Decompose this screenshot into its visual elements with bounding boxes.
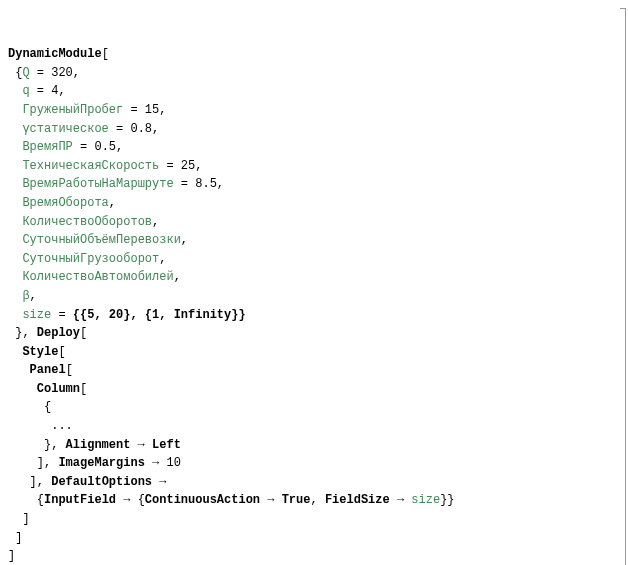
tok-rbracket: ] bbox=[8, 512, 30, 526]
tok-indent bbox=[8, 308, 22, 322]
tok-lbracket: [ bbox=[102, 47, 109, 61]
tok-rbrace-comma: }, bbox=[8, 326, 37, 340]
tok-comma: , bbox=[58, 84, 65, 98]
tok-eq: = bbox=[174, 177, 196, 191]
sym-size-ref: size bbox=[411, 493, 440, 507]
tok-lbrace: { bbox=[8, 493, 44, 507]
val-gruzhenyprobeg: 15 bbox=[145, 103, 159, 117]
tok-defaultoptions: DefaultOptions bbox=[51, 475, 152, 489]
sym-q: q bbox=[22, 84, 29, 98]
tok-comma: , bbox=[73, 66, 80, 80]
tok-true: True bbox=[282, 493, 311, 507]
tok-arrow: → bbox=[390, 493, 412, 507]
sym-Q: Q bbox=[22, 66, 29, 80]
tok-comma: , bbox=[159, 252, 166, 266]
sym-vremyapr: ВремяПР bbox=[22, 140, 72, 154]
tok-rbracket: ] bbox=[8, 531, 22, 545]
tok-fieldsize: FieldSize bbox=[325, 493, 390, 507]
sym-daily-volume: СуточныйОбъёмПеревозки bbox=[22, 233, 180, 247]
tok-alignment: Alignment bbox=[66, 438, 131, 452]
val-gamma-static: 0.8 bbox=[130, 122, 152, 136]
tok-lbrace: { bbox=[8, 400, 51, 414]
tok-comma: , bbox=[174, 270, 181, 284]
tok-comma: , bbox=[181, 233, 188, 247]
tok-eq: = bbox=[30, 84, 52, 98]
sym-turn-time: ВремяОборота bbox=[22, 196, 108, 210]
tok-imagemargins: ImageMargins bbox=[58, 456, 144, 470]
tok-rbrace: }} bbox=[440, 493, 454, 507]
cell-bracket[interactable] bbox=[620, 8, 626, 565]
val-size: {{5, 20}, {1, Infinity}} bbox=[73, 308, 246, 322]
tok-comma: , bbox=[217, 177, 224, 191]
val-tech-speed: 25 bbox=[181, 159, 195, 173]
tok-indent bbox=[8, 122, 22, 136]
tok-indent bbox=[8, 363, 30, 377]
tok-arrow: → bbox=[116, 493, 138, 507]
val-Q: 320 bbox=[51, 66, 73, 80]
tok-comma: , bbox=[159, 103, 166, 117]
sym-tech-speed: ТехническаяСкорость bbox=[22, 159, 159, 173]
tok-indent bbox=[8, 382, 37, 396]
tok-lbracket: [ bbox=[58, 345, 65, 359]
sym-turn-count: КоличествоОборотов bbox=[22, 215, 152, 229]
val-route-time: 8.5 bbox=[195, 177, 217, 191]
sym-car-count: КоличествоАвтомобилей bbox=[22, 270, 173, 284]
tok-indent bbox=[8, 177, 22, 191]
tok-ellipsis: ... bbox=[8, 419, 73, 433]
tok-eq: = bbox=[159, 159, 181, 173]
tok-indent bbox=[8, 345, 22, 359]
tok-comma: , bbox=[152, 215, 159, 229]
code-cell: DynamicModule[ {Q = 320, q = 4, Груженый… bbox=[0, 4, 628, 565]
tok-comma: , bbox=[116, 140, 123, 154]
tok-lbracket: [ bbox=[80, 382, 87, 396]
tok-lbracket: [ bbox=[80, 326, 87, 340]
val-vremyapr: 0.5 bbox=[94, 140, 116, 154]
tok-indent bbox=[8, 159, 22, 173]
tok-eq: = bbox=[109, 122, 131, 136]
tok-rbracket: ] bbox=[8, 549, 15, 563]
tok-rbracket-comma: ], bbox=[8, 475, 51, 489]
tok-dynamicmodule: DynamicModule bbox=[8, 47, 102, 61]
tok-eq: = bbox=[123, 103, 145, 117]
sym-size: size bbox=[22, 308, 51, 322]
tok-panel: Panel bbox=[30, 363, 66, 377]
tok-indent bbox=[8, 233, 22, 247]
tok-eq: = bbox=[51, 308, 73, 322]
tok-comma: , bbox=[195, 159, 202, 173]
tok-inputfield: InputField bbox=[44, 493, 116, 507]
tok-indent bbox=[8, 103, 22, 117]
tok-indent bbox=[8, 215, 22, 229]
sym-gruzhenyprobeg: ГруженыйПробег bbox=[22, 103, 123, 117]
tok-indent bbox=[8, 84, 22, 98]
sym-beta: β bbox=[22, 289, 29, 303]
tok-arrow: → bbox=[145, 456, 167, 470]
tok-style: Style bbox=[22, 345, 58, 359]
tok-comma: , bbox=[152, 122, 159, 136]
tok-rbrace-comma: }, bbox=[8, 438, 66, 452]
tok-indent bbox=[8, 252, 22, 266]
tok-deploy: Deploy bbox=[37, 326, 80, 340]
tok-arrow: → bbox=[130, 438, 152, 452]
sym-route-time: ВремяРаботыНаМаршруте bbox=[22, 177, 173, 191]
tok-column: Column bbox=[37, 382, 80, 396]
sym-gamma-static: γстатическое bbox=[22, 122, 108, 136]
tok-eq: = bbox=[30, 66, 52, 80]
tok-continuousaction: ContinuousAction bbox=[145, 493, 260, 507]
tok-left: Left bbox=[152, 438, 181, 452]
tok-arrow: → bbox=[152, 475, 166, 489]
tok-comma: , bbox=[109, 196, 116, 210]
tok-lbracket: [ bbox=[66, 363, 73, 377]
tok-indent bbox=[8, 270, 22, 284]
tok-arrow: → bbox=[260, 493, 282, 507]
tok-indent bbox=[8, 196, 22, 210]
tok-lbrace: { bbox=[8, 66, 22, 80]
tok-comma: , bbox=[30, 289, 37, 303]
sym-daily-turnover: СуточныйГрузооборот bbox=[22, 252, 159, 266]
val-imagemargins: 10 bbox=[166, 456, 180, 470]
tok-eq: = bbox=[73, 140, 95, 154]
tok-comma: , bbox=[310, 493, 324, 507]
tok-indent bbox=[8, 140, 22, 154]
tok-indent bbox=[8, 289, 22, 303]
tok-lbrace: { bbox=[138, 493, 145, 507]
tok-rbracket-comma: ], bbox=[8, 456, 58, 470]
